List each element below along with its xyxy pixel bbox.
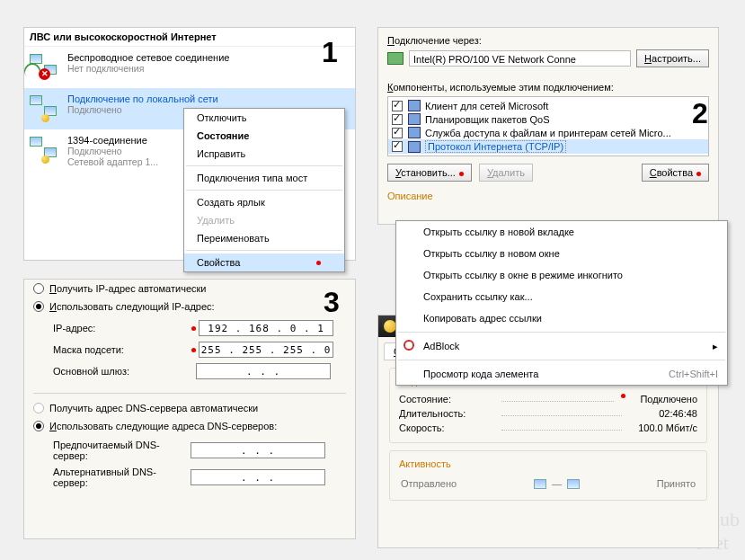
checkbox[interactable] bbox=[392, 141, 403, 152]
panel1-header: ЛВС или высокоскоростной Интернет bbox=[24, 28, 355, 47]
checkbox[interactable] bbox=[392, 128, 403, 138]
ip-label: IP-адрес: bbox=[53, 323, 188, 333]
section-activity: Активность bbox=[399, 458, 697, 469]
wireless-icon: ✕ bbox=[30, 52, 62, 83]
dns2-label: Альтернативный DNS-сервер: bbox=[53, 467, 188, 488]
conn-adapter: Сетевой адаптер 1... bbox=[67, 156, 158, 167]
comp-item-client[interactable]: Клиент для сетей Microsoft bbox=[388, 99, 708, 112]
radio[interactable] bbox=[33, 301, 44, 312]
qos-icon bbox=[408, 113, 421, 125]
mi-delete: Удалить bbox=[184, 211, 344, 229]
shortcut-label: Ctrl+Shift+I bbox=[669, 369, 718, 379]
mi-sep bbox=[398, 332, 725, 333]
divider bbox=[33, 393, 346, 394]
radio bbox=[33, 403, 44, 413]
highlight-dot bbox=[696, 172, 701, 176]
gateway-input[interactable]: . . . bbox=[196, 363, 331, 379]
dns1-input[interactable]: . . . bbox=[191, 442, 325, 458]
nic-icon bbox=[387, 52, 404, 65]
radio-auto-dns: Получить адрес DNS-сервера автоматически bbox=[24, 399, 355, 417]
firewire-icon bbox=[30, 135, 62, 165]
comp-item-fileshare[interactable]: Служба доступа к файлам и принтерам сете… bbox=[388, 126, 708, 139]
radio[interactable] bbox=[33, 421, 44, 431]
properties-button[interactable]: Свойства bbox=[642, 164, 709, 182]
mi-open-new-tab[interactable]: Открыть ссылку в новой вкладке bbox=[396, 221, 727, 243]
mi-bridge[interactable]: Подключения типа мост bbox=[184, 169, 344, 187]
mi-sep bbox=[186, 190, 342, 191]
recv-label: Принято bbox=[657, 478, 696, 489]
lan-icon bbox=[30, 93, 62, 124]
comp-item-qos[interactable]: Планировщик пакетов QoS bbox=[388, 112, 708, 126]
radio-auto-ip[interactable]: Получить IP-адрес автоматически bbox=[24, 280, 355, 298]
conn-name: Подключение по локальной сети bbox=[67, 93, 218, 104]
mi-shortcut[interactable]: Создать ярлык bbox=[184, 193, 344, 211]
mi-inspect[interactable]: Просмотр кода элементаCtrl+Shift+I bbox=[396, 363, 727, 385]
highlight-dot bbox=[191, 348, 196, 352]
activity-stats: Активность Отправлено — Принято bbox=[389, 450, 707, 501]
conn-name: Беспроводное сетевое соединение bbox=[67, 52, 229, 63]
mi-properties[interactable]: Свойства bbox=[184, 253, 344, 271]
highlight-dot bbox=[459, 172, 464, 176]
radio[interactable] bbox=[33, 283, 44, 294]
mi-adblock[interactable]: AdBlock▸ bbox=[396, 335, 727, 357]
gateway-label: Основной шлюз: bbox=[53, 366, 188, 377]
components-list[interactable]: Клиент для сетей Microsoft Планировщик п… bbox=[387, 96, 709, 156]
dns2-input[interactable]: . . . bbox=[191, 469, 325, 485]
submenu-arrow-icon: ▸ bbox=[713, 341, 718, 352]
activity-icon: — bbox=[534, 478, 580, 489]
conn-context-menu: Отключить Состояние Исправить Подключени… bbox=[183, 108, 345, 272]
mi-open-new-window[interactable]: Открыть ссылку в новом окне bbox=[396, 243, 727, 264]
radio-use-dns[interactable]: Использовать следующие адреса DNS-сервер… bbox=[24, 417, 355, 435]
connection-wireless[interactable]: ✕ Беспроводное сетевое соединение Нет по… bbox=[24, 47, 355, 88]
mi-open-incognito[interactable]: Открыть ссылку в окне в режиме инкогнито bbox=[396, 264, 727, 286]
tcpip-properties-panel: Получить IP-адрес автоматически Использо… bbox=[23, 279, 356, 539]
mi-sep bbox=[186, 250, 342, 251]
connect-via-label: Подключение через: bbox=[378, 28, 718, 48]
mi-sep bbox=[398, 360, 725, 360]
window-icon bbox=[384, 320, 396, 333]
callout-2: 2 bbox=[692, 97, 708, 130]
checkbox[interactable] bbox=[392, 114, 403, 125]
checkbox[interactable] bbox=[392, 101, 403, 111]
mi-status[interactable]: Состояние bbox=[184, 127, 344, 145]
install-button[interactable]: Установить... bbox=[387, 164, 472, 182]
dns1-label: Предпочитаемый DNS-сервер: bbox=[53, 440, 188, 461]
mi-save-link-as[interactable]: Сохранить ссылку как... bbox=[396, 286, 727, 307]
comp-item-tcpip[interactable]: Протокол Интернета (TCP/IP) bbox=[388, 139, 708, 154]
conn-status: Подключено bbox=[67, 146, 158, 156]
sent-label: Отправлено bbox=[401, 478, 457, 489]
mi-disable[interactable]: Отключить bbox=[184, 109, 344, 127]
highlight-dot bbox=[316, 261, 321, 265]
mi-repair[interactable]: Исправить bbox=[184, 145, 344, 163]
callout-3: 3 bbox=[324, 286, 340, 319]
mi-sep bbox=[186, 165, 342, 166]
share-icon bbox=[408, 127, 421, 138]
configure-button[interactable]: Настроить... bbox=[636, 49, 709, 67]
radio-use-ip[interactable]: Использовать следующий IP-адрес: bbox=[24, 298, 355, 316]
tcpip-icon bbox=[408, 141, 421, 153]
adapter-name-field[interactable]: Intel(R) PRO/100 VE Network Conne bbox=[409, 50, 631, 67]
client-icon bbox=[408, 100, 421, 111]
mi-rename[interactable]: Переименовать bbox=[184, 229, 344, 247]
browser-context-menu: Открыть ссылку в новой вкладке Открыть с… bbox=[395, 220, 728, 386]
ip-input[interactable]: 192 . 168 . 0 . 1 bbox=[199, 320, 333, 336]
components-label: Компоненты, используемые этим подключени… bbox=[378, 75, 718, 94]
adblock-icon bbox=[404, 340, 414, 351]
remove-button: Удалить bbox=[479, 164, 533, 182]
mask-input[interactable]: 255 . 255 . 255 . 0 bbox=[199, 342, 333, 358]
conn-status: Нет подключения bbox=[67, 63, 229, 74]
conn-name: 1394-соединение bbox=[67, 135, 158, 146]
description-label: Описание bbox=[378, 187, 718, 201]
mask-label: Маска подсети: bbox=[53, 344, 188, 355]
mi-copy-link[interactable]: Копировать адрес ссылки bbox=[396, 307, 727, 329]
callout-1: 1 bbox=[322, 36, 338, 69]
highlight-dot bbox=[191, 326, 196, 331]
connection-properties-panel: Подключение через: Intel(R) PRO/100 VE N… bbox=[377, 27, 719, 225]
